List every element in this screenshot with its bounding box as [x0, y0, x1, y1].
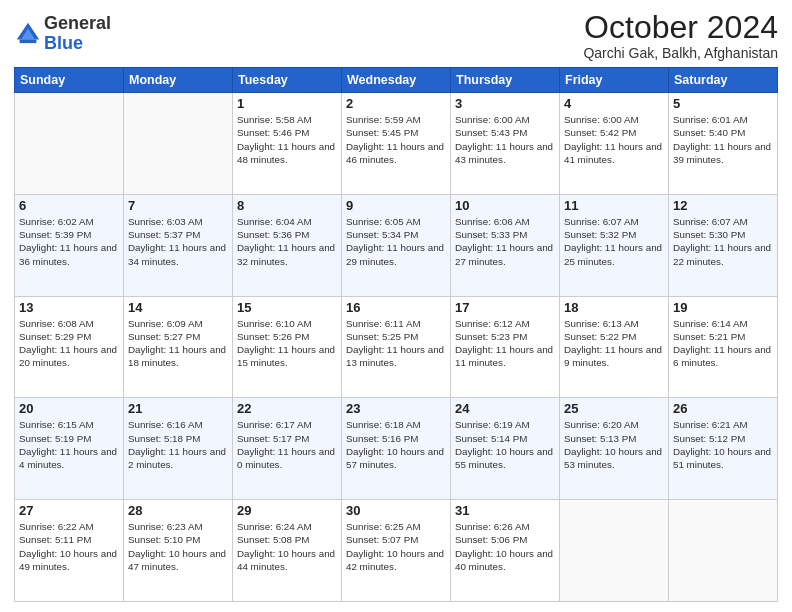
- day-number: 6: [19, 198, 119, 213]
- day-detail: Sunrise: 6:13 AM Sunset: 5:22 PM Dayligh…: [564, 317, 664, 370]
- day-detail: Sunrise: 6:22 AM Sunset: 5:11 PM Dayligh…: [19, 520, 119, 573]
- day-number: 17: [455, 300, 555, 315]
- day-detail: Sunrise: 6:09 AM Sunset: 5:27 PM Dayligh…: [128, 317, 228, 370]
- calendar-cell: 4Sunrise: 6:00 AM Sunset: 5:42 PM Daylig…: [560, 93, 669, 195]
- day-number: 29: [237, 503, 337, 518]
- week-row: 6Sunrise: 6:02 AM Sunset: 5:39 PM Daylig…: [15, 194, 778, 296]
- logo-icon: [14, 20, 42, 48]
- calendar-cell: 5Sunrise: 6:01 AM Sunset: 5:40 PM Daylig…: [669, 93, 778, 195]
- calendar-cell: 15Sunrise: 6:10 AM Sunset: 5:26 PM Dayli…: [233, 296, 342, 398]
- day-number: 30: [346, 503, 446, 518]
- title-block: October 2024 Qarchi Gak, Balkh, Afghanis…: [583, 10, 778, 61]
- day-number: 14: [128, 300, 228, 315]
- calendar-cell: 18Sunrise: 6:13 AM Sunset: 5:22 PM Dayli…: [560, 296, 669, 398]
- week-row: 27Sunrise: 6:22 AM Sunset: 5:11 PM Dayli…: [15, 500, 778, 602]
- day-detail: Sunrise: 6:20 AM Sunset: 5:13 PM Dayligh…: [564, 418, 664, 471]
- day-number: 31: [455, 503, 555, 518]
- calendar-cell: 20Sunrise: 6:15 AM Sunset: 5:19 PM Dayli…: [15, 398, 124, 500]
- day-number: 20: [19, 401, 119, 416]
- month-title: October 2024: [583, 10, 778, 45]
- day-detail: Sunrise: 5:58 AM Sunset: 5:46 PM Dayligh…: [237, 113, 337, 166]
- day-number: 27: [19, 503, 119, 518]
- day-detail: Sunrise: 6:02 AM Sunset: 5:39 PM Dayligh…: [19, 215, 119, 268]
- calendar-cell: 27Sunrise: 6:22 AM Sunset: 5:11 PM Dayli…: [15, 500, 124, 602]
- day-detail: Sunrise: 6:18 AM Sunset: 5:16 PM Dayligh…: [346, 418, 446, 471]
- day-detail: Sunrise: 6:04 AM Sunset: 5:36 PM Dayligh…: [237, 215, 337, 268]
- week-row: 20Sunrise: 6:15 AM Sunset: 5:19 PM Dayli…: [15, 398, 778, 500]
- weekday-header-thursday: Thursday: [451, 68, 560, 93]
- day-number: 24: [455, 401, 555, 416]
- day-detail: Sunrise: 6:10 AM Sunset: 5:26 PM Dayligh…: [237, 317, 337, 370]
- day-number: 7: [128, 198, 228, 213]
- calendar-cell: 9Sunrise: 6:05 AM Sunset: 5:34 PM Daylig…: [342, 194, 451, 296]
- location: Qarchi Gak, Balkh, Afghanistan: [583, 45, 778, 61]
- day-number: 3: [455, 96, 555, 111]
- weekday-header-saturday: Saturday: [669, 68, 778, 93]
- logo-line2: Blue: [44, 34, 111, 54]
- calendar-cell: 26Sunrise: 6:21 AM Sunset: 5:12 PM Dayli…: [669, 398, 778, 500]
- day-detail: Sunrise: 6:07 AM Sunset: 5:32 PM Dayligh…: [564, 215, 664, 268]
- day-detail: Sunrise: 6:05 AM Sunset: 5:34 PM Dayligh…: [346, 215, 446, 268]
- week-row: 1Sunrise: 5:58 AM Sunset: 5:46 PM Daylig…: [15, 93, 778, 195]
- calendar-cell: [15, 93, 124, 195]
- calendar-cell: 19Sunrise: 6:14 AM Sunset: 5:21 PM Dayli…: [669, 296, 778, 398]
- weekday-header-wednesday: Wednesday: [342, 68, 451, 93]
- day-detail: Sunrise: 6:07 AM Sunset: 5:30 PM Dayligh…: [673, 215, 773, 268]
- day-number: 2: [346, 96, 446, 111]
- calendar-cell: 24Sunrise: 6:19 AM Sunset: 5:14 PM Dayli…: [451, 398, 560, 500]
- weekday-header-sunday: Sunday: [15, 68, 124, 93]
- calendar-cell: 14Sunrise: 6:09 AM Sunset: 5:27 PM Dayli…: [124, 296, 233, 398]
- day-detail: Sunrise: 6:00 AM Sunset: 5:42 PM Dayligh…: [564, 113, 664, 166]
- day-number: 25: [564, 401, 664, 416]
- day-number: 5: [673, 96, 773, 111]
- logo-text: General Blue: [44, 14, 111, 54]
- day-number: 13: [19, 300, 119, 315]
- svg-rect-2: [20, 39, 37, 43]
- day-number: 19: [673, 300, 773, 315]
- day-detail: Sunrise: 6:12 AM Sunset: 5:23 PM Dayligh…: [455, 317, 555, 370]
- calendar-cell: 11Sunrise: 6:07 AM Sunset: 5:32 PM Dayli…: [560, 194, 669, 296]
- calendar-cell: 7Sunrise: 6:03 AM Sunset: 5:37 PM Daylig…: [124, 194, 233, 296]
- week-row: 13Sunrise: 6:08 AM Sunset: 5:29 PM Dayli…: [15, 296, 778, 398]
- logo-line1: General: [44, 14, 111, 34]
- day-detail: Sunrise: 6:06 AM Sunset: 5:33 PM Dayligh…: [455, 215, 555, 268]
- day-number: 26: [673, 401, 773, 416]
- day-number: 21: [128, 401, 228, 416]
- calendar-cell: 3Sunrise: 6:00 AM Sunset: 5:43 PM Daylig…: [451, 93, 560, 195]
- calendar-cell: 10Sunrise: 6:06 AM Sunset: 5:33 PM Dayli…: [451, 194, 560, 296]
- day-detail: Sunrise: 6:11 AM Sunset: 5:25 PM Dayligh…: [346, 317, 446, 370]
- calendar-cell: 23Sunrise: 6:18 AM Sunset: 5:16 PM Dayli…: [342, 398, 451, 500]
- header: General Blue October 2024 Qarchi Gak, Ba…: [14, 10, 778, 61]
- calendar-cell: [560, 500, 669, 602]
- day-number: 9: [346, 198, 446, 213]
- weekday-header-tuesday: Tuesday: [233, 68, 342, 93]
- day-number: 8: [237, 198, 337, 213]
- calendar: SundayMondayTuesdayWednesdayThursdayFrid…: [14, 67, 778, 602]
- day-number: 15: [237, 300, 337, 315]
- day-detail: Sunrise: 6:08 AM Sunset: 5:29 PM Dayligh…: [19, 317, 119, 370]
- calendar-cell: 21Sunrise: 6:16 AM Sunset: 5:18 PM Dayli…: [124, 398, 233, 500]
- calendar-cell: [669, 500, 778, 602]
- calendar-header: SundayMondayTuesdayWednesdayThursdayFrid…: [15, 68, 778, 93]
- calendar-cell: 1Sunrise: 5:58 AM Sunset: 5:46 PM Daylig…: [233, 93, 342, 195]
- day-detail: Sunrise: 5:59 AM Sunset: 5:45 PM Dayligh…: [346, 113, 446, 166]
- day-detail: Sunrise: 6:26 AM Sunset: 5:06 PM Dayligh…: [455, 520, 555, 573]
- day-detail: Sunrise: 6:16 AM Sunset: 5:18 PM Dayligh…: [128, 418, 228, 471]
- day-number: 22: [237, 401, 337, 416]
- day-detail: Sunrise: 6:03 AM Sunset: 5:37 PM Dayligh…: [128, 215, 228, 268]
- day-number: 4: [564, 96, 664, 111]
- day-number: 12: [673, 198, 773, 213]
- calendar-cell: 8Sunrise: 6:04 AM Sunset: 5:36 PM Daylig…: [233, 194, 342, 296]
- calendar-cell: 12Sunrise: 6:07 AM Sunset: 5:30 PM Dayli…: [669, 194, 778, 296]
- calendar-cell: 22Sunrise: 6:17 AM Sunset: 5:17 PM Dayli…: [233, 398, 342, 500]
- day-number: 10: [455, 198, 555, 213]
- day-detail: Sunrise: 6:19 AM Sunset: 5:14 PM Dayligh…: [455, 418, 555, 471]
- day-detail: Sunrise: 6:17 AM Sunset: 5:17 PM Dayligh…: [237, 418, 337, 471]
- day-number: 11: [564, 198, 664, 213]
- weekday-header-monday: Monday: [124, 68, 233, 93]
- day-detail: Sunrise: 6:25 AM Sunset: 5:07 PM Dayligh…: [346, 520, 446, 573]
- page: General Blue October 2024 Qarchi Gak, Ba…: [0, 0, 792, 612]
- weekday-header-friday: Friday: [560, 68, 669, 93]
- day-detail: Sunrise: 6:14 AM Sunset: 5:21 PM Dayligh…: [673, 317, 773, 370]
- calendar-cell: 2Sunrise: 5:59 AM Sunset: 5:45 PM Daylig…: [342, 93, 451, 195]
